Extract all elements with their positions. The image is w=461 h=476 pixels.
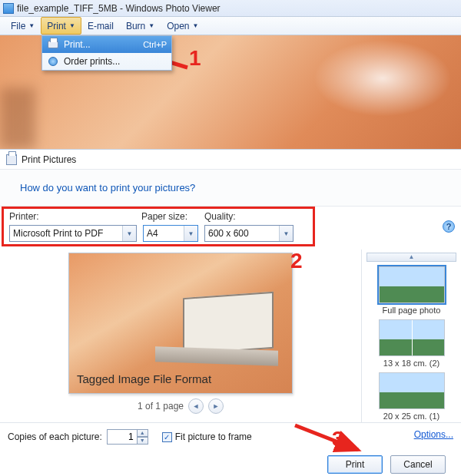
layout-20x25[interactable]: 20 x 25 cm. (1) <box>379 372 445 421</box>
print-pictures-window: Print Pictures How do you want to print … <box>0 149 461 476</box>
dialog-title: Print Pictures <box>22 154 76 165</box>
menu-burn[interactable]: Burn▼ <box>120 17 161 35</box>
window-title: file_example_TIFF_5MB - Windows Photo Vi… <box>17 3 221 14</box>
layout-thumb-image <box>379 266 445 303</box>
cancel-button[interactable]: Cancel <box>390 455 446 474</box>
menu-open[interactable]: Open▼ <box>161 17 204 35</box>
menu-file[interactable]: File▼ <box>5 17 41 35</box>
print-button[interactable]: Print <box>327 455 383 474</box>
quality-label: Quality: <box>204 211 297 222</box>
paper-size-select[interactable]: A4 ▼ <box>143 225 198 242</box>
copies-input[interactable] <box>107 429 138 445</box>
preview-pane: Tagged Image File Format 1 of 1 page ◄ ► <box>0 250 361 422</box>
quality-select[interactable]: 600 x 600 ▼ <box>204 225 294 242</box>
layout-thumb-image <box>379 372 445 409</box>
page-indicator: 1 of 1 page <box>138 401 184 412</box>
fit-picture-label: Fit picture to frame <box>175 431 252 442</box>
dropdown-print[interactable]: Print... Ctrl+P <box>42 36 171 53</box>
next-page-button[interactable]: ► <box>208 398 224 414</box>
dialog-footer: Copies of each picture: ▲ ▼ ✓ Fit pictur… <box>0 423 461 474</box>
printer-select[interactable]: Microsoft Print to PDF ▼ <box>9 225 137 242</box>
layout-13x18[interactable]: 13 x 18 cm. (2) <box>379 319 445 368</box>
print-dropdown: Print... Ctrl+P Order prints... <box>41 35 172 71</box>
dialog-banner: How do you want to print your pictures? <box>0 170 461 207</box>
printer-controls: Printer: Paper size: Quality: Microsoft … <box>0 207 461 250</box>
spin-up-button[interactable]: ▲ <box>137 429 148 437</box>
chevron-down-icon: ▼ <box>148 22 154 29</box>
chevron-down-icon: ▼ <box>279 226 293 241</box>
dialog-body: Tagged Image File Format 1 of 1 page ◄ ►… <box>0 250 461 423</box>
layout-full-page[interactable]: Full page photo <box>379 266 445 315</box>
annotation-arrow-3 <box>292 422 363 457</box>
printer-label: Printer: <box>9 211 141 222</box>
pager: 1 of 1 page ◄ ► <box>138 398 224 414</box>
copies-stepper[interactable]: ▲ ▼ <box>107 429 148 445</box>
chevron-down-icon: ▼ <box>28 22 35 29</box>
dialog-title-bar: Print Pictures <box>0 150 461 170</box>
chevron-down-icon: ▼ <box>184 226 197 241</box>
annotation-number-2: 2 <box>290 249 303 273</box>
annotation-number-1: 1 <box>189 46 201 71</box>
options-link[interactable]: Options... <box>414 429 453 440</box>
shortcut-label: Ctrl+P <box>143 40 167 49</box>
title-bar: file_example_TIFF_5MB - Windows Photo Vi… <box>0 0 461 17</box>
fit-picture-checkbox[interactable]: ✓ <box>162 432 172 442</box>
layout-panel: ▲ Full page photo 13 x 18 cm. (2) 20 x 2… <box>361 250 461 422</box>
copies-label: Copies of each picture: <box>8 431 102 442</box>
chevron-down-icon: ▼ <box>69 22 75 29</box>
printer-icon <box>6 154 17 165</box>
scroll-up-button[interactable]: ▲ <box>366 253 456 262</box>
printer-icon <box>47 38 59 51</box>
help-icon[interactable]: ? <box>443 220 455 233</box>
paper-size-label: Paper size: <box>141 211 204 222</box>
prev-page-button[interactable]: ◄ <box>188 398 204 414</box>
preview-image <box>155 295 278 375</box>
layout-thumb-image <box>379 319 445 356</box>
dropdown-order-prints[interactable]: Order prints... <box>42 53 171 70</box>
svg-line-1 <box>295 425 358 450</box>
menu-bar: File▼ Print▼ E-mail Burn▼ Open▼ <box>0 17 461 35</box>
app-icon <box>3 3 14 14</box>
print-preview: Tagged Image File Format <box>68 253 293 394</box>
globe-icon <box>47 55 59 68</box>
preview-caption: Tagged Image File Format <box>77 372 211 385</box>
chevron-down-icon: ▼ <box>122 226 136 241</box>
spin-down-button[interactable]: ▼ <box>137 437 148 445</box>
chevron-down-icon: ▼ <box>193 22 199 29</box>
menu-email[interactable]: E-mail <box>81 17 120 35</box>
menu-print[interactable]: Print▼ <box>41 17 81 35</box>
